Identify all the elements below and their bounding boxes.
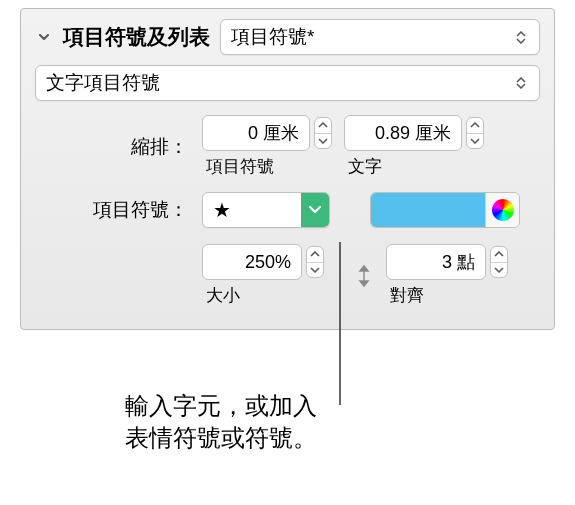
- bullet-symbol-label: 項目符號：: [35, 197, 190, 223]
- size-input[interactable]: [202, 244, 302, 280]
- stepper-up-icon[interactable]: [315, 118, 331, 133]
- color-picker-button[interactable]: [485, 193, 519, 227]
- indent-label: 縮排：: [35, 134, 190, 160]
- list-style-select[interactable]: 項目符號*: [220, 19, 540, 55]
- header-row: 項目符號及列表 項目符號*: [35, 19, 540, 55]
- indent-row: 縮排： 項目符號 文字: [35, 115, 540, 178]
- bullet-indent-stepper[interactable]: [314, 117, 332, 149]
- section-title: 項目符號及列表: [63, 23, 210, 51]
- disclosure-toggle[interactable]: [35, 28, 53, 46]
- text-indent-stepper[interactable]: [466, 117, 484, 149]
- align-sublabel: 對齊: [386, 284, 508, 307]
- star-icon: ★: [203, 193, 301, 227]
- stepper-up-icon[interactable]: [307, 247, 323, 262]
- color-fill[interactable]: [371, 193, 485, 227]
- bullet-indent-sublabel: 項目符號: [202, 155, 332, 178]
- bullet-glyph-select[interactable]: ★: [202, 192, 330, 228]
- bullets-lists-panel: 項目符號及列表 項目符號* 文字項目符號 縮排： 項目符號: [20, 8, 555, 330]
- bullet-indent-group: 項目符號: [202, 115, 332, 178]
- chevron-up-down-icon: [513, 31, 529, 44]
- stepper-up-icon[interactable]: [467, 118, 483, 133]
- stepper-up-icon[interactable]: [491, 247, 507, 262]
- chevron-down-icon[interactable]: [301, 193, 329, 227]
- align-group: 對齊: [386, 244, 508, 307]
- text-indent-group: 文字: [344, 115, 484, 178]
- chevron-up-down-icon: [513, 77, 529, 89]
- text-indent-input[interactable]: [344, 115, 462, 151]
- bullet-indent-input[interactable]: [202, 115, 310, 151]
- color-wheel-icon: [492, 199, 514, 221]
- size-sublabel: 大小: [202, 284, 324, 307]
- stepper-down-icon[interactable]: [467, 133, 483, 149]
- stepper-down-icon[interactable]: [491, 262, 507, 278]
- text-indent-sublabel: 文字: [344, 155, 484, 178]
- align-input[interactable]: [386, 244, 486, 280]
- align-stepper[interactable]: [490, 246, 508, 278]
- size-align-row: 大小 對齊: [35, 244, 540, 307]
- size-group: 大小: [202, 244, 324, 307]
- stepper-down-icon[interactable]: [315, 133, 331, 149]
- bullet-color-swatch[interactable]: [370, 192, 520, 228]
- annotation-text: 輸入字元，或加入 表情符號或符號。: [125, 390, 317, 455]
- bullet-symbol-row: 項目符號： ★: [35, 192, 540, 228]
- stepper-down-icon[interactable]: [307, 262, 323, 278]
- vertical-align-icon: [354, 263, 374, 289]
- size-stepper[interactable]: [306, 246, 324, 278]
- bullet-type-select[interactable]: 文字項目符號: [35, 65, 540, 101]
